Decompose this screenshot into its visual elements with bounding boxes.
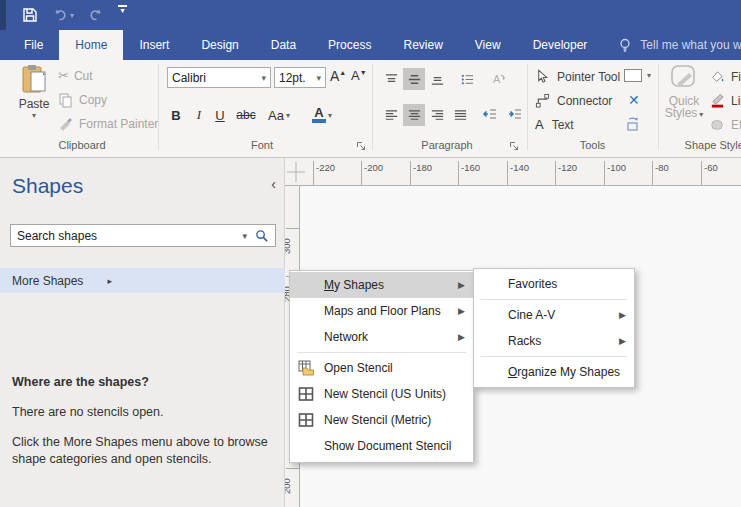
tab-file[interactable]: File — [8, 30, 59, 60]
cut-button[interactable]: ✂ Cut — [58, 68, 93, 83]
help-line1: There are no stencils open. — [12, 404, 270, 421]
line-label: Line — [731, 94, 741, 108]
font-family-value: Calibri — [172, 71, 206, 85]
tab-home[interactable]: Home — [59, 30, 123, 60]
titlebar: ▾ ▾ — [0, 0, 741, 30]
submenu-arrow-icon: ▶ — [458, 306, 465, 316]
menu-item-new-stencil-metric[interactable]: New Stencil (Metric) — [290, 407, 473, 433]
menu-separator — [481, 299, 627, 300]
connection-point-button[interactable]: ✕ — [628, 92, 640, 108]
connector-icon — [535, 93, 551, 109]
underline-button[interactable]: U — [211, 104, 229, 126]
increase-indent-button[interactable] — [503, 104, 527, 126]
tell-me-box[interactable]: Tell me what you want to — [617, 30, 741, 60]
quick-styles-label-2: Styles — [665, 106, 698, 120]
submenu-item-favorites[interactable]: Favorites — [474, 271, 634, 297]
text-tool-label: Text — [552, 118, 574, 132]
effects-button[interactable]: Effects — [710, 117, 741, 133]
grow-font-button[interactable]: A▲ — [330, 68, 346, 84]
free-rotate-button[interactable] — [624, 115, 640, 134]
align-left-button[interactable] — [380, 104, 402, 126]
customize-quick-access-button[interactable]: ▾ — [118, 5, 127, 25]
font-size-value: 12pt. — [279, 71, 306, 85]
text-tool-button[interactable]: A Text — [535, 117, 574, 132]
paste-dropdown-icon: ▾ — [12, 111, 56, 120]
submenu-item-cine-a-v[interactable]: Cine A-V ▶ — [474, 302, 634, 328]
justify-button[interactable] — [449, 104, 471, 126]
search-dropdown-icon[interactable]: ▾ — [236, 231, 253, 241]
italic-button[interactable]: I — [190, 104, 208, 126]
strikethrough-button[interactable]: abc — [233, 104, 259, 126]
connector-button[interactable]: Connector — [535, 93, 612, 109]
align-center-button[interactable] — [403, 104, 425, 126]
menu-item-label: Show Document Stencil — [324, 439, 451, 453]
copy-button[interactable]: Copy — [58, 92, 107, 108]
shape-tool-dropdown-icon: ▾ — [647, 71, 651, 80]
new-stencil-icon — [298, 412, 314, 428]
menu-item-new-stencil-us[interactable]: New Stencil (US Units) — [290, 381, 473, 407]
format-painter-button[interactable]: Format Painter — [58, 116, 158, 132]
align-middle-button[interactable] — [403, 68, 425, 90]
undo-button[interactable]: ▾ — [52, 5, 74, 25]
my-shapes-submenu: Favorites Cine A-V ▶ Racks ▶ Organize My… — [473, 268, 635, 388]
menu-item-label: Network — [324, 330, 368, 344]
paragraph-dialog-launcher[interactable] — [509, 141, 519, 151]
tab-review[interactable]: Review — [387, 30, 458, 60]
tab-view[interactable]: View — [459, 30, 517, 60]
search-shapes-input[interactable] — [11, 229, 236, 243]
align-right-button[interactable] — [426, 104, 448, 126]
pointer-tool-label: Pointer Tool — [557, 70, 620, 84]
tab-data[interactable]: Data — [255, 30, 312, 60]
font-color-button[interactable]: A ▾ — [305, 104, 339, 126]
submenu-item-organize-my-shapes[interactable]: Organize My Shapes — [474, 359, 634, 385]
menu-item-label: rganize My Shapes — [517, 365, 620, 379]
pointer-tool-button[interactable]: Pointer Tool — [535, 69, 620, 85]
quick-styles-icon — [669, 64, 699, 92]
font-family-combo[interactable]: Calibri▾ — [167, 67, 271, 88]
ruler-label: -100 — [607, 162, 626, 173]
decrease-indent-button[interactable] — [478, 104, 502, 126]
line-button[interactable]: Line — [710, 93, 741, 109]
shrink-font-button[interactable]: A▼ — [351, 68, 367, 83]
menu-item-label: New Stencil (US Units) — [324, 387, 446, 401]
menu-item-network[interactable]: Network ▶ — [290, 324, 473, 350]
format-painter-icon — [58, 116, 74, 132]
font-dialog-launcher[interactable] — [356, 141, 366, 151]
paste-button[interactable]: Paste ▾ — [12, 64, 56, 136]
tab-design[interactable]: Design — [185, 30, 254, 60]
submenu-item-racks[interactable]: Racks ▶ — [474, 328, 634, 354]
save-button[interactable] — [22, 5, 38, 25]
search-icon[interactable] — [253, 229, 275, 242]
tab-developer[interactable]: Developer — [517, 30, 604, 60]
more-shapes-button[interactable]: More Shapes ▸ — [0, 268, 285, 293]
fill-button[interactable]: Fill — [710, 69, 741, 85]
undo-icon — [52, 7, 68, 23]
menu-item-label: Favorites — [508, 277, 557, 291]
menu-item-maps-and-floor-plans[interactable]: Maps and Floor Plans ▶ — [290, 298, 473, 324]
change-case-button[interactable]: Aa▾ — [263, 104, 295, 126]
align-bottom-button[interactable] — [426, 68, 448, 90]
redo-button[interactable] — [88, 5, 104, 25]
search-shapes-box: ▾ — [10, 224, 276, 247]
shrink-font-label: A — [351, 68, 360, 83]
menu-separator — [297, 352, 466, 353]
bold-button[interactable]: B — [166, 104, 186, 126]
collapse-panel-icon[interactable]: ‹ — [271, 176, 276, 192]
menu-item-show-document-stencil[interactable]: Show Document Stencil — [290, 433, 473, 459]
bullets-button[interactable] — [455, 68, 479, 90]
text-direction-button[interactable]: A — [486, 68, 510, 90]
submenu-arrow-icon: ▶ — [619, 310, 626, 320]
text-tool-icon: A — [535, 117, 544, 132]
line-icon — [710, 93, 726, 109]
menu-item-my-shapes[interactable]: My Shapes ▶ — [290, 272, 473, 298]
grow-font-label: A — [330, 68, 339, 84]
tab-process[interactable]: Process — [312, 30, 387, 60]
tab-insert[interactable]: Insert — [123, 30, 185, 60]
font-size-combo[interactable]: 12pt.▾ — [274, 67, 326, 88]
submenu-arrow-icon: ▶ — [458, 332, 465, 342]
shape-tool-button[interactable]: ▾ — [624, 69, 651, 82]
quick-styles-button[interactable]: QuickStyles▾ — [663, 64, 705, 136]
align-top-button[interactable] — [380, 68, 402, 90]
format-painter-label: Format Painter — [79, 117, 158, 131]
menu-item-open-stencil[interactable]: Open Stencil — [290, 355, 473, 381]
